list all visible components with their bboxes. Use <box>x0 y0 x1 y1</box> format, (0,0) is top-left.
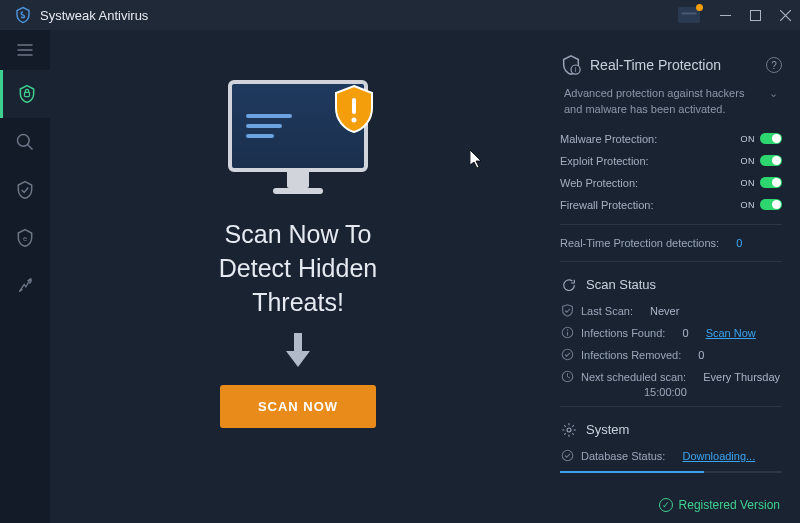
titlebar: Systweak Antivirus <box>0 0 800 30</box>
database-status-value: Downloading... <box>682 450 755 462</box>
system-header: System <box>560 415 782 445</box>
main-area: Scan Now To Detect Hidden Threats! SCAN … <box>50 30 800 523</box>
credit-card-icon[interactable] <box>678 7 700 23</box>
svg-point-13 <box>566 330 567 331</box>
registered-check-icon: ✓ <box>659 498 673 512</box>
check-shield-icon <box>560 304 574 318</box>
footer: ✓ Registered Version <box>50 487 800 523</box>
sidebar-item-protection[interactable] <box>0 70 50 118</box>
monitor-illustration <box>228 80 368 194</box>
registered-label: Registered Version <box>679 498 780 512</box>
chevron-down-icon: ⌄ <box>769 86 778 118</box>
infections-removed-row: Infections Removed: 0 <box>560 344 782 366</box>
database-status-row: Database Status: Downloading... <box>560 445 782 467</box>
toggle-firewall: Firewall Protection: ON <box>560 194 782 216</box>
scan-status-header: Scan Status <box>560 270 782 300</box>
scan-now-button[interactable]: SCAN NOW <box>220 385 376 428</box>
rtp-header: i Real-Time Protection ? <box>560 54 782 76</box>
toggle-malware: Malware Protection: ON <box>560 128 782 150</box>
warning-shield-icon <box>332 84 376 134</box>
svg-point-8 <box>352 118 357 123</box>
next-scan-row: Next scheduled scan: Every Thursday <box>560 366 782 388</box>
svg-point-5 <box>18 135 30 147</box>
rtp-title: Real-Time Protection <box>590 57 721 73</box>
status-panel: i Real-Time Protection ? Advanced protec… <box>546 30 800 487</box>
refresh-icon <box>560 276 578 294</box>
sidebar-item-scan[interactable] <box>0 118 50 166</box>
hero-panel: Scan Now To Detect Hidden Threats! SCAN … <box>50 30 546 487</box>
sidebar-item-firewall[interactable]: e <box>0 214 50 262</box>
check-circle-icon <box>560 348 574 362</box>
check-circle-icon <box>560 449 574 463</box>
sidebar-item-web-safety[interactable] <box>0 166 50 214</box>
download-progress <box>560 471 782 473</box>
maximize-button[interactable] <box>740 0 770 30</box>
svg-rect-0 <box>682 10 697 20</box>
exploit-toggle[interactable] <box>760 155 782 166</box>
svg-rect-1 <box>682 13 697 15</box>
clock-icon <box>560 370 574 384</box>
next-scan-time: 15:00:00 <box>560 386 782 398</box>
info-icon <box>560 326 574 340</box>
minimize-button[interactable] <box>710 0 740 30</box>
last-scan-row: Last Scan: Never <box>560 300 782 322</box>
toggle-exploit: Exploit Protection: ON <box>560 150 782 172</box>
svg-rect-2 <box>720 15 731 16</box>
web-toggle[interactable] <box>760 177 782 188</box>
toggle-web: Web Protection: ON <box>560 172 782 194</box>
svg-text:i: i <box>575 66 576 73</box>
arrow-down-icon <box>283 333 313 373</box>
svg-rect-12 <box>566 332 567 336</box>
app-logo-icon <box>14 6 32 24</box>
svg-rect-4 <box>24 92 29 96</box>
close-button[interactable] <box>770 0 800 30</box>
hero-headline: Scan Now To Detect Hidden Threats! <box>219 218 377 319</box>
svg-point-16 <box>567 428 571 432</box>
sidebar: e <box>0 30 50 523</box>
malware-toggle[interactable] <box>760 133 782 144</box>
firewall-toggle[interactable] <box>760 199 782 210</box>
help-icon[interactable]: ? <box>766 57 782 73</box>
svg-text:e: e <box>23 234 27 243</box>
app-title: Systweak Antivirus <box>40 8 148 23</box>
shield-info-icon: i <box>560 54 582 76</box>
rtp-detections: Real-Time Protection detections: 0 <box>560 233 782 253</box>
svg-rect-7 <box>352 98 356 114</box>
infections-found-row: Infections Found: 0 Scan Now <box>560 322 782 344</box>
gear-icon <box>560 421 578 439</box>
rtp-advanced-note[interactable]: Advanced protection against hackers and … <box>560 86 782 128</box>
scan-now-link[interactable]: Scan Now <box>706 327 756 339</box>
sidebar-menu-button[interactable] <box>0 30 50 70</box>
sidebar-item-optimize[interactable] <box>0 262 50 310</box>
svg-rect-3 <box>750 10 760 20</box>
